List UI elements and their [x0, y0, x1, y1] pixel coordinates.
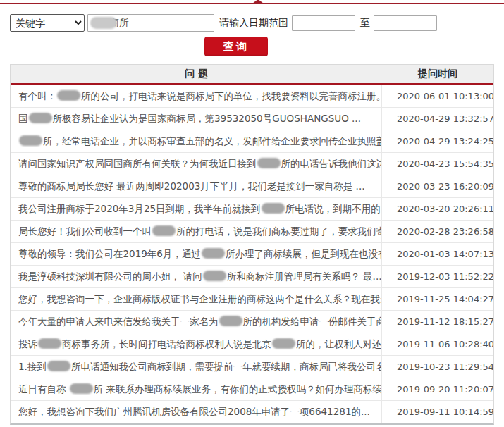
question-cell[interactable]: 我是淳硕科技深圳有限公司的周小姐， 请问所和商标注册管理局有关系吗？ 最... — [11, 266, 382, 287]
tab-pointer-triangle — [252, 0, 264, 4]
question-text: 所和商标注册管理局有关系吗？ 最... — [227, 271, 382, 282]
top-divider-line — [0, 3, 504, 4]
question-text: 今年大量的申请人来电来信发给我关于一家名为 — [18, 316, 219, 327]
redaction-blur — [262, 203, 285, 214]
redaction-blur — [152, 225, 176, 236]
search-bar: 关键字 请输入日期范围 至 — [10, 14, 504, 32]
question-time: 2019-11-06 10:28:40 — [382, 333, 493, 355]
keyword-type-select[interactable]: 关键字 — [10, 14, 85, 32]
question-text: 所的公司，打电话来说是商标局下的单位，找我要资料以完善商标注册。但我... — [81, 90, 382, 101]
redaction-blur — [219, 316, 242, 326]
question-cell[interactable]: 近日有自称 所 来联系办理商标续展业务，有你们的正式授权吗？如何办理商标续展..… — [11, 378, 382, 400]
table-row: 今年大量的申请人来电来信发给我关于一家名为所的机构发给申请一份邮件关于商标续..… — [11, 311, 493, 333]
question-text: 有个叫： — [18, 90, 56, 101]
question-cell[interactable]: 我公司注册商标于2020年3月25日到期，我半年前就接到所电话说，到期不用的..… — [11, 198, 382, 220]
table-row: 近日有自称 所 来联系办理商标续展业务，有你们的正式授权吗？如何办理商标续展..… — [11, 378, 493, 401]
button-row: 查询 — [0, 37, 504, 56]
table-row: 局长您好！我们公司收到一个叫所的打电话，说是我们商标要过期了，要求我们寄资料..… — [11, 221, 493, 243]
redaction-blur — [272, 338, 295, 349]
table-row: 尊敬的商标局局长您好 最近两周即202003月下半月，我们老是接到一家自称是 .… — [11, 175, 493, 198]
question-text: 所的打电话，说是我们商标要过期了，要求我们寄资料... — [176, 225, 382, 237]
question-text: 国 — [18, 113, 28, 124]
question-text: 近日有自称 — [18, 383, 69, 395]
question-cell[interactable]: 投诉商标事务所，长时间打电话给商标权利人说是北京所的，让权利人对还未到续... — [11, 333, 382, 355]
redaction-blur — [38, 338, 61, 349]
question-text: 尊敬的商标局局长您好 最近两周即202003月下半月，我们老是接到一家自称是 .… — [18, 180, 365, 192]
question-time: 2020-02-28 23:26:58 — [382, 221, 493, 242]
question-time: 2020-03-23 16:20:09 — [382, 175, 493, 197]
question-text: 所电话说，到期不用的... — [285, 203, 382, 214]
redaction-blur — [257, 158, 281, 168]
redaction-blur — [19, 135, 42, 146]
question-time: 2020-06-01 10:13:00 — [382, 85, 493, 107]
table-row: 所，经常电话企业，并以商标审查五部的名义，发邮件给企业要求回传企业执照盖章扫..… — [11, 130, 493, 153]
redaction-blur — [70, 383, 93, 394]
question-text: 尊敬的领导：我们公司在2019年6月，通过 — [18, 248, 201, 259]
redaction-blur — [47, 361, 70, 371]
question-table-body: 有个叫：所的公司，打电话来说是商标局下的单位，找我要资料以完善商标注册。但我..… — [11, 85, 493, 423]
question-time: 2020-03-20 20:26:11 — [382, 198, 493, 220]
question-time: 2019-11-12 18:15:27 — [382, 311, 493, 333]
question-time: 2020-01-03 14:07:13 — [382, 243, 493, 265]
question-time: 2019-11-25 14:04:27 — [382, 288, 493, 310]
query-button[interactable]: 查询 — [204, 37, 268, 56]
question-text: 您好，我想咨询下我们广州腾讯机房设备有限公司2008年申请了一项6641281的… — [18, 406, 370, 417]
question-text: 所的，让权利人对还未到续... — [296, 338, 382, 349]
table-row: 我是淳硕科技深圳有限公司的周小姐， 请问所和商标注册管理局有关系吗？ 最...2… — [11, 266, 493, 288]
question-text: 所 来联系办理商标续展业务，有你们的正式授权吗？如何办理商标续展... — [94, 383, 382, 395]
question-text: 所的机构发给申请一份邮件关于商标续... — [243, 316, 383, 327]
question-time: 2020-04-23 15:54:35 — [382, 153, 493, 175]
date-from-input[interactable] — [292, 15, 355, 31]
question-cell[interactable]: 尊敬的领导：我们公司在2019年6月，通过所办理了商标续展，但是到现在也没有..… — [11, 243, 382, 265]
question-text: 局长您好！我们公司收到一个叫 — [18, 225, 152, 237]
question-text: 我公司注册商标于2020年3月25日到期，我半年前就接到 — [18, 203, 261, 214]
question-text: 请问国家知识产权局同国商所有何关联？为何我近日接到 — [18, 158, 257, 169]
question-cell[interactable]: 国所极容易让企业认为是国家商标局，第39532050号GUOSHANGSUO .… — [11, 108, 382, 130]
question-cell[interactable]: 今年大量的申请人来电来信发给我关于一家名为所的机构发给申请一份邮件关于商标续..… — [11, 311, 382, 333]
table-row: 投诉商标事务所，长时间打电话给商标权利人说是北京所的，让权利人对还未到续...2… — [11, 333, 493, 356]
date-range-label: 请输入日期范围 — [219, 17, 288, 30]
question-text: 所办理了商标续展，但是到现在也没有... — [226, 248, 382, 259]
table-row: 国所极容易让企业认为是国家商标局，第39532050号GUOSHANGSUO .… — [11, 108, 493, 130]
question-cell[interactable]: 您好，我想咨询下我们广州腾讯机房设备有限公司2008年申请了一项6641281的… — [11, 401, 382, 423]
question-table: 问 题 提问时间 有个叫：所的公司，打电话来说是商标局下的单位，找我要资料以完善… — [10, 64, 494, 425]
table-row: 您好，我想咨询下我们广州腾讯机房设备有限公司2008年申请了一项6641281的… — [11, 401, 493, 423]
question-cell[interactable]: 有个叫：所的公司，打电话来说是商标局下的单位，找我要资料以完善商标注册。但我..… — [11, 85, 382, 107]
question-time: 2019-10-23 11:29:54 — [382, 356, 493, 378]
redaction-blur — [202, 248, 225, 259]
question-time: 2019-12-03 11:52:22 — [382, 266, 493, 287]
table-row: 您好，我想咨询一下，企业商标版权证书与企业注册的商标这两个是什么关系？现在我企业… — [11, 288, 493, 311]
question-text: 商标事务所，长时间打电话给商标权利人说是北京 — [62, 338, 271, 349]
date-to-input[interactable] — [374, 15, 437, 31]
question-text: 我是淳硕科技深圳有限公司的周小姐， 请问 — [18, 271, 202, 282]
table-row: 请问国家知识产权局同国商所有何关联？为何我近日接到所的电话告诉我他们这边是知..… — [11, 153, 493, 175]
question-text: 所，经常电话企业，并以商标审查五部的名义，发邮件给企业要求回传企业执照盖章扫..… — [43, 135, 382, 147]
question-cell[interactable]: 请问国家知识产权局同国商所有何关联？为何我近日接到所的电话告诉我他们这边是知..… — [11, 153, 382, 175]
question-time: 2020-04-29 13:32:57 — [382, 108, 493, 130]
column-header-time: 提问时间 — [382, 68, 493, 80]
question-cell[interactable]: 尊敬的商标局局长您好 最近两周即202003月下半月，我们老是接到一家自称是 .… — [11, 175, 382, 197]
question-cell[interactable]: 局长您好！我们公司收到一个叫所的打电话，说是我们商标要过期了，要求我们寄资料..… — [11, 221, 382, 242]
table-header: 问 题 提问时间 — [11, 65, 493, 85]
qa-search-page: 关键字 请输入日期范围 至 查询 问 题 提问时间 有个叫：所的公司，打电话来说… — [0, 3, 504, 425]
question-time: 2019-09-20 11:20:07 — [382, 378, 493, 400]
redaction-blur — [29, 113, 52, 123]
question-cell[interactable]: 所，经常电话企业，并以商标审查五部的名义，发邮件给企业要求回传企业执照盖章扫..… — [11, 130, 382, 152]
column-header-question: 问 题 — [11, 68, 382, 80]
question-text: 所极容易让企业认为是国家商标局，第39532050号GUOSHANGSUO ..… — [53, 113, 361, 124]
keyword-input-wrap — [87, 14, 214, 32]
question-time: 2019-09-11 10:14:59 — [382, 401, 493, 423]
table-row: 尊敬的领导：我们公司在2019年6月，通过所办理了商标续展，但是到现在也没有..… — [11, 243, 493, 266]
question-cell[interactable]: 1.接到所电话通知我公司商标到期，需要提前一年就要续期，商标局已将我公司名单..… — [11, 356, 382, 378]
question-text: 所的电话告诉我他们这边是知... — [281, 158, 383, 169]
question-cell[interactable]: 您好，我想咨询一下，企业商标版权证书与企业注册的商标这两个是什么关系？现在我企业… — [11, 288, 382, 310]
table-row: 有个叫：所的公司，打电话来说是商标局下的单位，找我要资料以完善商标注册。但我..… — [11, 85, 493, 108]
keyword-input[interactable] — [87, 14, 214, 32]
redaction-blur — [57, 90, 80, 101]
question-time: 2020-04-29 13:24:25 — [382, 130, 493, 152]
table-row: 我公司注册商标于2020年3月25日到期，我半年前就接到所电话说，到期不用的..… — [11, 198, 493, 221]
question-text: 您好，我想咨询一下，企业商标版权证书与企业注册的商标这两个是什么关系？现在我企业… — [18, 293, 382, 304]
table-row: 1.接到所电话通知我公司商标到期，需要提前一年就要续期，商标局已将我公司名单..… — [11, 356, 493, 378]
date-to-label: 至 — [360, 17, 370, 30]
redaction-blur — [203, 271, 226, 281]
